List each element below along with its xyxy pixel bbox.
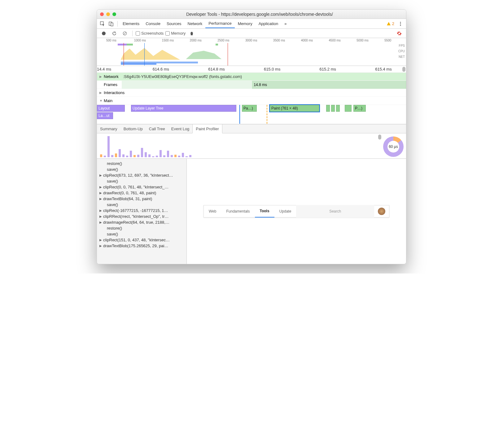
profiler-bar[interactable] bbox=[148, 154, 151, 157]
flame-layout[interactable]: Layout bbox=[97, 105, 125, 112]
chevron-right-icon[interactable]: ▶ bbox=[99, 75, 103, 78]
profiler-bar[interactable] bbox=[178, 156, 180, 157]
tab-console[interactable]: Console bbox=[142, 19, 164, 28]
flame-paint-2[interactable]: P…) bbox=[353, 105, 366, 112]
flame-small-3[interactable] bbox=[336, 105, 340, 112]
trash-icon[interactable] bbox=[188, 30, 195, 37]
profiler-bar[interactable] bbox=[182, 153, 184, 157]
profiler-bar[interactable] bbox=[174, 155, 177, 157]
paint-profiler-chart[interactable]: 60 µs bbox=[97, 133, 406, 159]
network-track[interactable]: ▶ Network :S6g4U3t-Y5UEw0lE80llgEseQY3FE… bbox=[97, 73, 406, 81]
frames-track[interactable]: Frames 14.8 ms bbox=[97, 81, 406, 89]
chevron-right-icon: ▶ bbox=[99, 209, 103, 212]
profiler-bar[interactable] bbox=[137, 155, 139, 157]
timeline-overview[interactable]: 500 ms 1000 ms 1500 ms 2000 ms 2500 ms 3… bbox=[97, 38, 406, 66]
flame-small-1[interactable] bbox=[326, 105, 330, 112]
profiler-bar[interactable] bbox=[104, 156, 106, 157]
chevron-right-icon: ▶ bbox=[99, 174, 103, 177]
paint-command[interactable]: restore() bbox=[97, 225, 186, 231]
paint-command[interactable]: ▶clipRect(673, 12, 697, 36, "kIntersect… bbox=[97, 172, 186, 178]
tab-network[interactable]: Network bbox=[185, 19, 206, 28]
screenshots-checkbox[interactable]: Screenshots bbox=[136, 31, 164, 36]
dtab-eventlog[interactable]: Event Log bbox=[168, 124, 193, 133]
flame-paint-selected[interactable]: Paint (761 × 48) bbox=[270, 105, 319, 112]
close-icon[interactable] bbox=[100, 12, 104, 16]
paint-command[interactable]: save() bbox=[97, 178, 186, 184]
scrollbar-thumb[interactable] bbox=[378, 135, 381, 140]
profiler-bar[interactable] bbox=[130, 151, 132, 157]
preview-tab-fundamentals[interactable]: Fundamentals bbox=[221, 209, 255, 213]
profiler-bar[interactable] bbox=[189, 155, 191, 157]
main-track-header[interactable]: ▼ Main bbox=[97, 97, 406, 105]
paint-command[interactable]: save() bbox=[97, 202, 186, 208]
paint-command[interactable]: ▶clipRRect(rrect, "kIntersect_Op", tr… bbox=[97, 213, 186, 219]
profiler-bar[interactable] bbox=[186, 156, 188, 157]
profiler-bar[interactable] bbox=[119, 149, 121, 157]
dtab-summary[interactable]: Summary bbox=[97, 124, 120, 133]
zoom-icon[interactable] bbox=[112, 12, 116, 16]
profiler-bar[interactable] bbox=[126, 156, 128, 157]
flame-update-layer-tree[interactable]: Update Layer Tree bbox=[131, 105, 236, 112]
profiler-bar[interactable] bbox=[100, 154, 102, 157]
profiler-bar[interactable] bbox=[115, 153, 117, 157]
minimize-icon[interactable] bbox=[106, 12, 110, 16]
paint-command[interactable]: save() bbox=[97, 166, 186, 172]
clear-icon[interactable] bbox=[121, 30, 129, 37]
paint-command[interactable]: ▶clipRect(0, 0, 761, 48, "kIntersect_… bbox=[97, 184, 186, 190]
profiler-bar[interactable] bbox=[152, 156, 154, 157]
reload-icon[interactable] bbox=[111, 30, 118, 37]
dtab-paintprofiler[interactable]: Paint Profiler bbox=[192, 124, 222, 133]
paint-command[interactable]: ▶drawTextBlob(175.265625, 29, pai… bbox=[97, 243, 186, 249]
scrollbar-thumb[interactable] bbox=[402, 67, 405, 72]
preview-tab-update[interactable]: Update bbox=[274, 209, 296, 213]
flame-paint-1[interactable]: Pa…) bbox=[242, 105, 257, 112]
memory-checkbox[interactable]: Memory bbox=[165, 31, 186, 36]
paint-command[interactable]: restore() bbox=[97, 161, 186, 166]
chevron-right-icon[interactable]: ▶ bbox=[99, 91, 103, 94]
paint-command[interactable]: ▶clipRect(151, 0, 437, 48, "kIntersec… bbox=[97, 237, 186, 243]
profiler-bar[interactable] bbox=[133, 155, 136, 157]
tab-performance[interactable]: Performance bbox=[205, 19, 234, 28]
tab-memory[interactable]: Memory bbox=[235, 19, 256, 28]
dtab-bottomup[interactable]: Bottom-Up bbox=[120, 124, 146, 133]
command-text: drawRect(0, 0, 761, 48, paint) bbox=[103, 191, 156, 195]
preview-tab-tools[interactable]: Tools bbox=[255, 205, 274, 218]
flame-small-2[interactable] bbox=[331, 105, 335, 112]
settings-gear-icon[interactable] bbox=[396, 30, 403, 37]
flame-ruler[interactable]: 14.4 ms 614.6 ms 614.8 ms 615.0 ms 615.2… bbox=[97, 66, 406, 73]
preview-tab-web[interactable]: Web bbox=[204, 209, 221, 213]
tab-more[interactable]: » bbox=[281, 19, 290, 28]
profiler-bar[interactable] bbox=[171, 155, 173, 157]
profiler-bar[interactable] bbox=[141, 148, 143, 157]
paint-command[interactable]: save() bbox=[97, 231, 186, 237]
profiler-bar[interactable] bbox=[107, 136, 110, 157]
flame-layout-2[interactable]: La…ut bbox=[97, 112, 113, 119]
record-icon[interactable] bbox=[100, 30, 107, 37]
device-toggle-icon[interactable] bbox=[107, 20, 115, 28]
avatar[interactable] bbox=[378, 208, 385, 215]
preview-search[interactable]: Search bbox=[296, 205, 374, 218]
profiler-bar[interactable] bbox=[145, 152, 147, 157]
kebab-menu-icon[interactable] bbox=[397, 20, 404, 28]
paint-command[interactable]: ▶drawRect(0, 0, 761, 48, paint) bbox=[97, 190, 186, 196]
tab-application[interactable]: Application bbox=[256, 19, 282, 28]
tab-elements[interactable]: Elements bbox=[120, 19, 142, 28]
profiler-bar[interactable] bbox=[167, 151, 169, 157]
dtab-calltree[interactable]: Call Tree bbox=[146, 124, 168, 133]
paint-command[interactable]: ▶drawTextBlob(64, 31, paint) bbox=[97, 196, 186, 202]
paint-command[interactable]: ▶drawImageRect(64, 64, true, 2188,… bbox=[97, 219, 186, 225]
inspect-icon[interactable] bbox=[99, 20, 106, 28]
profiler-bar[interactable] bbox=[122, 154, 125, 157]
profiler-bar[interactable] bbox=[156, 156, 158, 157]
profiler-bar[interactable] bbox=[163, 155, 165, 157]
flame-small-4[interactable] bbox=[345, 105, 352, 112]
flame-chart[interactable]: Layout Update Layer Tree Pa…) Paint (761… bbox=[97, 105, 406, 124]
paint-command[interactable]: ▶clipRect(-16777215, -16777215, 1… bbox=[97, 208, 186, 213]
paint-command-list[interactable]: restore()save()▶clipRect(673, 12, 697, 3… bbox=[97, 159, 187, 264]
profiler-bar[interactable] bbox=[111, 155, 113, 157]
interactions-track[interactable]: ▶ Interactions bbox=[97, 89, 406, 97]
warning-badge[interactable]: 2 bbox=[385, 21, 396, 26]
chevron-down-icon[interactable]: ▼ bbox=[99, 99, 103, 102]
profiler-bar[interactable] bbox=[160, 150, 162, 157]
tab-sources[interactable]: Sources bbox=[164, 19, 185, 28]
